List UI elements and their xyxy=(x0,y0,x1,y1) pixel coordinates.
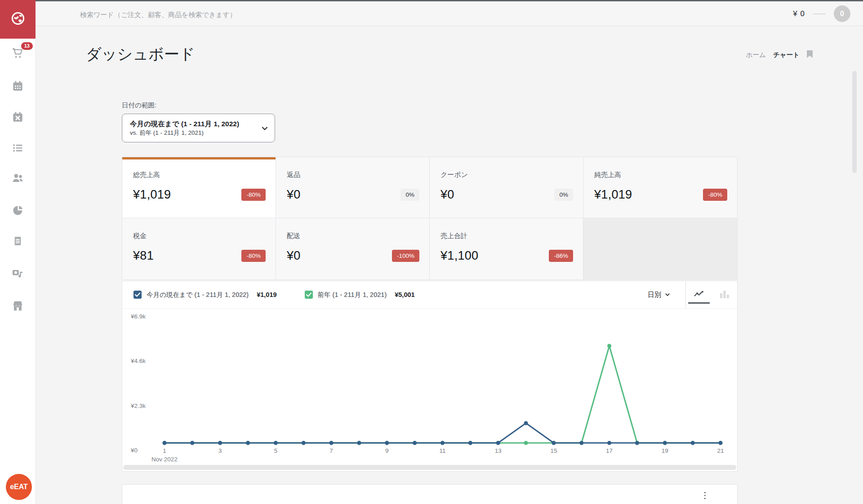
globe-icon xyxy=(10,11,26,28)
summary-tiles: 総売上高¥1,019-80%返品¥00%クーポン¥00%純売上高¥1,019-8… xyxy=(122,157,738,280)
stat-change-badge: -80% xyxy=(241,189,266,201)
stat-change-badge: -80% xyxy=(241,250,266,262)
cart-count-bubble[interactable]: 0 xyxy=(834,5,850,22)
legend-item[interactable]: 今月の現在まで (1 - 211月 1, 2022)¥1,019 xyxy=(133,291,277,299)
stat-change-badge: -100% xyxy=(392,250,419,262)
chart-scrollbar[interactable] xyxy=(123,465,736,470)
svg-text:¥6.9k: ¥6.9k xyxy=(130,313,146,320)
sidebar-item-media[interactable] xyxy=(8,265,27,282)
breadcrumb-home[interactable]: ホーム xyxy=(746,51,766,59)
list-icon xyxy=(12,142,24,154)
svg-text:¥0: ¥0 xyxy=(130,447,138,454)
media-icon xyxy=(11,267,24,279)
topbar-divider xyxy=(813,13,826,14)
svg-text:9: 9 xyxy=(385,447,389,454)
svg-text:¥2.3k: ¥2.3k xyxy=(130,402,146,409)
stat-change-badge: 0% xyxy=(400,189,419,201)
stat-label: クーポン xyxy=(440,171,468,179)
svg-text:13: 13 xyxy=(495,447,502,454)
chart-controls: 日別 xyxy=(643,281,737,308)
checkbox-checked-icon[interactable] xyxy=(133,291,142,299)
stat-label: 純売上高 xyxy=(594,171,621,179)
sidebar-item-orders[interactable]: 13 xyxy=(8,44,27,62)
stat-change-badge: 0% xyxy=(554,189,573,201)
calendar-icon xyxy=(12,80,24,92)
cart-total: ¥ 0 xyxy=(793,9,805,18)
stat-change-badge: -86% xyxy=(549,250,573,262)
sidebar-item-receipts[interactable] xyxy=(8,232,27,249)
stat-value: ¥0 xyxy=(440,188,454,202)
receipt-icon xyxy=(12,235,24,247)
search-input[interactable] xyxy=(79,8,369,21)
stat-tile[interactable]: クーポン¥00% xyxy=(430,157,583,218)
legend-item[interactable]: 前年 (1 - 211月 1, 2021)¥5,001 xyxy=(305,291,415,299)
interval-label: 日別 xyxy=(648,291,661,299)
svg-text:7: 7 xyxy=(329,447,333,454)
stat-value: ¥1,100 xyxy=(440,249,478,263)
sidebar-item-calendar[interactable] xyxy=(8,77,27,94)
store-brand-logo-text: eEAT xyxy=(10,483,28,491)
svg-text:¥4.6k: ¥4.6k xyxy=(130,358,146,364)
sidebar: 13 xyxy=(0,0,36,504)
sidebar-item-store[interactable] xyxy=(8,297,27,314)
date-range-label: 日付の範囲: xyxy=(122,101,156,110)
controls-divider xyxy=(685,282,686,308)
orders-count-badge: 13 xyxy=(21,42,33,50)
stat-tile[interactable]: 売上合計¥1,100-86% xyxy=(430,218,583,279)
date-range-secondary: vs. 前年 (1 - 211月 1, 2021) xyxy=(130,128,256,137)
stat-label: 売上合計 xyxy=(440,232,467,240)
stat-tile[interactable]: 返品¥00% xyxy=(276,157,430,218)
bookmark-icon[interactable] xyxy=(807,50,813,59)
svg-text:3: 3 xyxy=(218,447,222,454)
sidebar-item-cancelled[interactable] xyxy=(8,108,27,125)
stat-value: ¥1,019 xyxy=(133,188,171,202)
sidebar-item-list[interactable] xyxy=(8,139,27,156)
stat-label: 返品 xyxy=(287,171,300,179)
svg-text:17: 17 xyxy=(606,447,613,454)
app-root: 13 xyxy=(0,0,863,504)
chart-area[interactable]: ¥6.9k¥4.6k¥2.3k¥013579111315171921Nov 20… xyxy=(122,309,737,466)
chevron-down-icon xyxy=(665,291,670,299)
stat-tile[interactable]: 純売上高¥1,019-80% xyxy=(583,157,737,218)
stat-tile[interactable]: 配送¥0-100% xyxy=(276,218,430,279)
interval-select[interactable]: 日別 xyxy=(643,291,685,299)
svg-text:15: 15 xyxy=(550,447,557,454)
legend-label: 前年 (1 - 211月 1, 2021) xyxy=(318,291,387,299)
page-scrollbar[interactable] xyxy=(852,71,857,173)
chevron-down-icon xyxy=(261,125,268,133)
cart-icon xyxy=(12,47,24,59)
kebab-menu-icon[interactable]: ⋮ xyxy=(701,491,709,500)
svg-text:21: 21 xyxy=(717,447,724,454)
date-range-select[interactable]: 今月の現在まで (1 - 211月 1, 2022) vs. 前年 (1 - 2… xyxy=(122,114,275,142)
breadcrumb-current[interactable]: チャート xyxy=(773,51,800,59)
svg-text:1: 1 xyxy=(163,447,166,454)
sidebar-item-analytics[interactable] xyxy=(8,202,27,219)
stat-tile[interactable]: 総売上高¥1,019-80% xyxy=(122,157,276,218)
topbar: ¥ 0 0 xyxy=(36,0,863,26)
svg-text:5: 5 xyxy=(274,447,278,454)
site-logo[interactable] xyxy=(0,0,36,39)
svg-text:Nov 2022: Nov 2022 xyxy=(151,456,178,463)
revenue-chart-card: 今月の現在まで (1 - 211月 1, 2022)¥1,019前年 (1 - … xyxy=(122,281,738,472)
stat-value: ¥1,019 xyxy=(594,188,632,202)
stat-label: 配送 xyxy=(287,232,300,240)
stat-value: ¥0 xyxy=(287,188,301,202)
line-chart-toggle[interactable] xyxy=(688,286,710,304)
store-brand-logo[interactable]: eEAT xyxy=(6,474,32,500)
stat-tile-empty xyxy=(583,218,737,279)
stat-value: ¥81 xyxy=(133,249,154,263)
legend-total: ¥1,019 xyxy=(257,291,276,298)
chart-legend-row: 今月の現在まで (1 - 211月 1, 2022)¥1,019前年 (1 - … xyxy=(122,281,737,309)
page-title: ダッシュボード xyxy=(86,44,195,65)
legend-label: 今月の現在まで (1 - 211月 1, 2022) xyxy=(147,291,249,299)
users-icon xyxy=(11,172,24,185)
line-chart-icon xyxy=(694,293,704,300)
calendar-x-icon xyxy=(12,111,24,123)
checkbox-checked-icon[interactable] xyxy=(305,291,313,299)
stat-tile[interactable]: 税金¥81-80% xyxy=(122,218,276,279)
bar-chart-toggle[interactable] xyxy=(714,286,735,304)
legend-total: ¥5,001 xyxy=(395,291,414,298)
sidebar-item-customers[interactable] xyxy=(8,169,27,186)
stat-label: 税金 xyxy=(133,232,147,240)
stat-value: ¥0 xyxy=(287,249,301,263)
